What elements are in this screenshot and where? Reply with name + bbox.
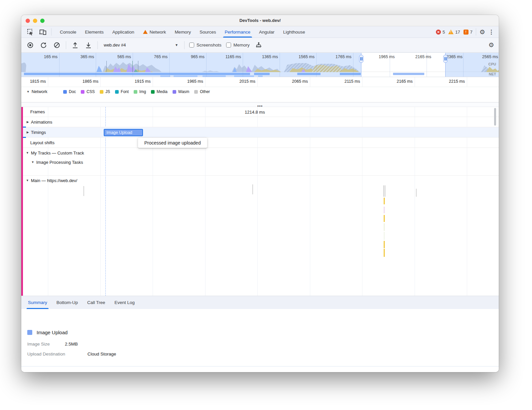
track-row-animations[interactable]: ▶ Animations [21, 117, 499, 127]
legend-item-css: CSS [81, 89, 95, 94]
summary-field-label: Image Size [27, 342, 50, 347]
tab-console[interactable]: Console [56, 26, 81, 38]
error-badge[interactable]: ✕5 [436, 30, 445, 35]
legend-swatch [115, 90, 119, 94]
tab-angular[interactable]: Angular [255, 26, 279, 38]
event-color-swatch [27, 330, 32, 335]
summary-panel: Image Upload Image Size 2.5MB Upload Des… [21, 309, 499, 372]
network-track-header[interactable]: ▼ Network [27, 89, 48, 94]
warning-badge[interactable]: 17 [448, 30, 460, 35]
tab-network[interactable]: Network [139, 26, 171, 38]
warning-icon [448, 30, 454, 34]
legend-item-media: Media [151, 89, 168, 94]
issues-badge[interactable]: !7 [464, 30, 472, 35]
selection-right-handle[interactable] [443, 55, 448, 63]
inspect-element-icon[interactable] [26, 28, 35, 36]
ruler-tick-label: 1965 ms [173, 79, 203, 84]
vertical-scrollbar[interactable] [494, 108, 496, 126]
track-row-my-tracks[interactable]: ▼ My Tracks — Custom Track [21, 148, 499, 158]
tab-bottom-up[interactable]: Bottom-Up [52, 296, 83, 309]
track-row-frames[interactable]: Frames 1214.8 ms [21, 107, 499, 117]
divider [21, 366, 499, 366]
ruler-tick-label: 1865 ms [68, 79, 98, 84]
track-row-main[interactable]: ▼ Main — https://web.dev/ [21, 175, 499, 185]
collect-garbage-icon[interactable] [254, 41, 263, 50]
capture-settings-gear-icon[interactable]: ⚙ [488, 42, 494, 48]
summary-event-title: Image Upload [37, 330, 67, 335]
frame-duration-value: 1214.8 ms [245, 110, 265, 115]
tab-event-log[interactable]: Event Log [110, 296, 139, 309]
overview-tick-label: 765 ms [138, 54, 168, 59]
overview-tick-label: 1765 ms [322, 54, 351, 59]
net-axis-label: NET [489, 72, 496, 76]
legend-item-doc: Doc [63, 89, 76, 94]
issues-icon: ! [464, 30, 468, 35]
track-row-timings[interactable]: ▶ Timings Image Upload [21, 127, 499, 138]
overview-tick-label: 1165 ms [211, 54, 241, 59]
upload-profile-icon[interactable] [71, 41, 79, 50]
ruler-tick-label: 2065 ms [277, 79, 308, 84]
selection-left-handle[interactable] [359, 55, 363, 63]
checkbox-box [226, 43, 231, 48]
overview-tick-label: 1565 ms [285, 54, 315, 59]
legend-swatch [173, 90, 176, 94]
ruler-tick-label: 1815 ms [21, 79, 46, 84]
legend-swatch [81, 90, 84, 94]
cpu-axis-label: CPU [488, 62, 496, 66]
divider [66, 41, 66, 49]
legend-item-other: Other [194, 89, 210, 94]
overview-tick-label: 2565 ms [468, 54, 498, 59]
divider [184, 41, 185, 49]
track-row-layout-shifts[interactable]: Layout shifts [21, 138, 499, 148]
legend-item-wasm: Wasm [173, 89, 190, 94]
timing-marker-image-upload[interactable]: Image Upload [104, 129, 143, 136]
panel-splitter-handle[interactable]: ••• [21, 102, 499, 107]
legend-swatch [134, 90, 137, 94]
network-legend: Doc CSS JS Font Img Media Wasm Other [63, 89, 210, 94]
toggle-device-toolbar-icon[interactable] [39, 28, 47, 36]
devtools-window: DevTools - web.dev/ Console Elements App… [21, 15, 499, 372]
divider [97, 41, 98, 49]
tab-memory[interactable]: Memory [170, 26, 195, 38]
chevron-collapsed-icon[interactable]: ▶ [27, 131, 29, 134]
track-row-image-processing-tasks[interactable]: ▼ Image Processing Tasks [21, 158, 499, 167]
network-warning-icon [143, 30, 148, 34]
legend-swatch [151, 90, 155, 94]
timeline-overview[interactable]: 165 ms 365 ms 565 ms 765 ms 965 ms 1165 … [21, 52, 499, 77]
clear-recording-button[interactable] [53, 41, 61, 50]
more-options-icon[interactable]: ⋮ [488, 29, 494, 36]
ruler-tick-label: 1915 ms [120, 79, 151, 84]
divider [51, 28, 52, 36]
window-title: DevTools - web.dev/ [21, 15, 499, 26]
history-dropdown[interactable]: web.dev #4 ▼ [102, 43, 180, 48]
ruler-tick-label: 2115 ms [330, 79, 360, 84]
tab-application[interactable]: Application [108, 26, 139, 38]
overview-tick-label: 2165 ms [401, 54, 431, 59]
error-icon: ✕ [436, 30, 441, 35]
chevron-expanded-icon[interactable]: ▼ [26, 151, 29, 154]
download-profile-icon[interactable] [84, 41, 93, 50]
overview-tick-label: 965 ms [175, 54, 204, 59]
chevron-expanded-icon[interactable]: ▼ [26, 179, 29, 182]
overview-tick-label: 1965 ms [365, 54, 395, 59]
tab-elements[interactable]: Elements [81, 26, 108, 38]
tab-performance[interactable]: Performance [220, 26, 255, 38]
reload-and-record-button[interactable] [39, 41, 48, 50]
summary-field-value: 2.5MB [65, 342, 78, 347]
legend-swatch [100, 90, 103, 94]
screenshots-checkbox[interactable]: Screenshots [189, 43, 221, 48]
legend-item-font: Font [115, 89, 129, 94]
memory-checkbox[interactable]: Memory [226, 43, 250, 48]
settings-gear-icon[interactable]: ⚙ [479, 29, 485, 35]
tab-summary[interactable]: Summary [23, 296, 52, 309]
chevron-collapsed-icon[interactable]: ▶ [27, 120, 29, 124]
track-group-color-strip [21, 107, 23, 296]
tab-call-tree[interactable]: Call Tree [82, 296, 110, 309]
record-button[interactable] [26, 41, 35, 50]
legend-item-js: JS [100, 89, 110, 94]
tab-sources[interactable]: Sources [195, 26, 220, 38]
chevron-expanded-icon[interactable]: ▼ [31, 160, 34, 164]
tab-lighthouse[interactable]: Lighthouse [279, 26, 310, 38]
title-bar: DevTools - web.dev/ [21, 15, 499, 26]
summary-field-value: Cloud Storage [87, 352, 116, 357]
